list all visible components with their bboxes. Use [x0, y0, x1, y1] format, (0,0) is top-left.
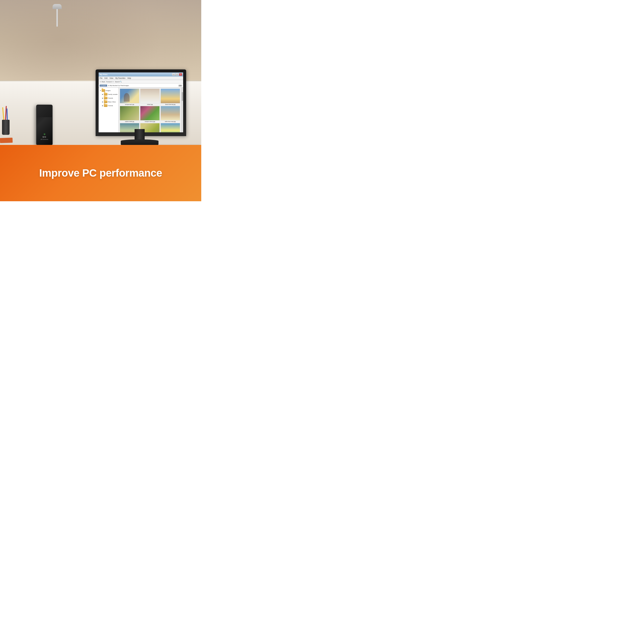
folder-name-images: Images: [106, 90, 111, 91]
file-grid: europe-day1.jpg chloe1.jpg beach-kite-da…: [119, 88, 181, 132]
menu-favorites[interactable]: My Favorites: [115, 77, 125, 79]
thumbnail-label-maui: hello-from-maui.jpg: [165, 121, 176, 122]
thumbnail-chloe1[interactable]: chloe1.jpg: [140, 89, 160, 105]
folder-icon-baby: [104, 100, 107, 103]
window-controls: — □ ✕: [172, 73, 182, 76]
expand-arrow-friends2: ▶: [102, 105, 103, 106]
thumbnail-maui-beach[interactable]: maui-beach.jpg: [160, 123, 180, 132]
thumbnail-label-beach-kite: beach-kite-day.jpg: [165, 104, 176, 105]
wd-external-hard-drive: WD WD Elements: [36, 105, 53, 145]
scrollbar-thumb[interactable]: [182, 92, 183, 101]
thumbnail-img-winery: [140, 106, 160, 121]
monitor-stand-neck: [135, 129, 145, 140]
file-manager-window: My Files — □ ✕ File Edit View My Favorit…: [99, 72, 183, 132]
forward-button[interactable]: Forward >>: [106, 81, 114, 83]
thumbnail-img-sadie: [120, 106, 139, 121]
monitor-stand-base: [121, 139, 158, 145]
folder-friends[interactable]: ▶ Friends: [102, 96, 117, 100]
thumbnail-europe-day1[interactable]: europe-day1.jpg: [120, 89, 139, 105]
menu-view[interactable]: View: [109, 77, 113, 79]
vertical-scrollbar[interactable]: [181, 88, 183, 132]
monitor-screen: My Files — □ ✕ File Edit View My Favorit…: [99, 72, 183, 132]
maximize-button[interactable]: □: [176, 73, 179, 76]
thumbnail-winery[interactable]: newport winery.jpg: [140, 106, 160, 123]
file-manager-title: My Files: [100, 73, 108, 76]
expand-arrow-friends: ▶: [102, 97, 103, 99]
thumbnail-img-europe: [120, 89, 139, 103]
hdd-product-name: WD Elements: [37, 139, 52, 140]
notebook: [0, 138, 13, 143]
folder-icon-friends2: [104, 104, 107, 107]
folder-name-family: Family vacation: [108, 94, 117, 95]
thumbnail-label-chloe: chloe1.jpg: [147, 104, 153, 105]
folder-friends-2[interactable]: ▶ Friends: [102, 104, 117, 107]
banner-text: Improve PC performance: [39, 167, 162, 179]
menu-edit[interactable]: Edit: [104, 77, 107, 79]
hdd-label: WD WD Elements: [37, 136, 52, 140]
wd-logo: WD: [37, 136, 52, 138]
folder-images[interactable]: ▼ Images: [100, 89, 117, 92]
file-manager-body: ▼ Images ▶ Family vacation ▶: [99, 88, 183, 132]
back-button[interactable]: << Back: [100, 81, 105, 83]
folder-family-vacation[interactable]: ▶ Family vacation: [102, 92, 117, 96]
folder-baby-chloe[interactable]: ▶ Baby Chloe: [102, 100, 117, 104]
thumbnail-label-winery: newport winery.jpg: [145, 121, 155, 122]
thumbnail-img-beach-kite: [160, 89, 180, 103]
go-button[interactable]: GO: [178, 85, 182, 87]
toolbar: << Back Forward >> Search 🔍: [99, 80, 183, 84]
minimize-button[interactable]: —: [172, 73, 175, 76]
thumbnail-beach-kite[interactable]: beach-kite-day.jpg: [160, 89, 180, 105]
thumbnail-label-europe: europe-day1.jpg: [125, 104, 134, 105]
thumbnail-label-sadie: sadie-in-field.jpg: [125, 121, 134, 122]
folder-name-friends: Friends: [108, 97, 113, 99]
close-button[interactable]: ✕: [179, 73, 182, 76]
folder-sidebar: ▼ Images ▶ Family vacation ▶: [99, 88, 119, 132]
folder-name-baby: Baby Chloe: [108, 101, 116, 103]
address-input[interactable]: E:\My Backed Up Files\Images: [108, 85, 177, 86]
hdd-led-indicator: [44, 134, 45, 135]
address-label: Location:: [100, 85, 107, 87]
expand-arrow-family: ▶: [102, 93, 103, 95]
monitor-bezel: My Files — □ ✕ File Edit View My Favorit…: [96, 69, 186, 136]
expand-arrow-images: ▼: [100, 90, 101, 91]
search-button[interactable]: Search 🔍: [115, 81, 122, 83]
folder-icon-friends: [104, 97, 107, 99]
menu-help[interactable]: Help: [127, 77, 131, 79]
address-bar: Location: E:\My Backed Up Files\Images G…: [99, 84, 183, 88]
expand-arrow-baby: ▶: [102, 101, 103, 103]
thumbnail-hello-maui[interactable]: hello-from-maui.jpg: [160, 106, 180, 123]
pencil-cup: [2, 120, 10, 135]
bottom-banner: Improve PC performance: [0, 145, 201, 201]
file-manager-titlebar: My Files — □ ✕: [99, 72, 183, 76]
thumbnail-img-maui: [160, 106, 180, 121]
thumbnail-img-chloe: [140, 89, 160, 103]
folder-icon-images: [102, 89, 105, 92]
monitor: My Files — □ ✕ File Edit View My Favorit…: [96, 69, 191, 145]
menu-file[interactable]: File: [100, 77, 102, 79]
menu-bar: File Edit View My Favorites Help: [99, 76, 183, 80]
faucet-decoration: [56, 7, 58, 27]
folder-name-friends2: Friends: [108, 105, 113, 106]
folder-icon-family: [104, 93, 107, 96]
thumbnail-sadie[interactable]: sadie-in-field.jpg: [120, 106, 139, 123]
thumbnail-img-maui-beach: [160, 123, 180, 132]
